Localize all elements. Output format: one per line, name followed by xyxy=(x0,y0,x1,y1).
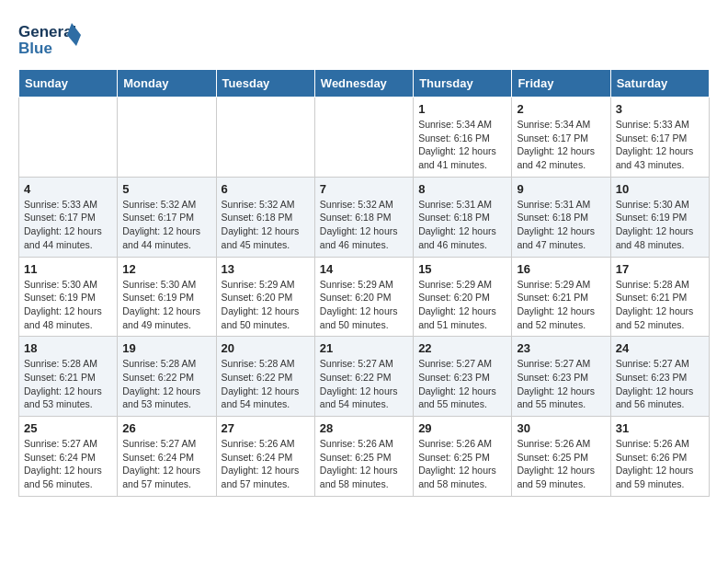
svg-text:General: General xyxy=(18,23,76,40)
col-header-saturday: Saturday xyxy=(610,70,709,98)
cell-w0-d1 xyxy=(118,98,216,178)
cell-w3-d3: 21Sunrise: 5:27 AMSunset: 6:22 PMDayligh… xyxy=(314,337,413,417)
day-info: Sunrise: 5:26 AMSunset: 6:25 PMDaylight:… xyxy=(418,437,506,491)
day-info: Sunrise: 5:28 AMSunset: 6:21 PMDaylight:… xyxy=(24,357,112,411)
cell-w2-d2: 13Sunrise: 5:29 AMSunset: 6:20 PMDayligh… xyxy=(216,257,314,337)
cell-w0-d3 xyxy=(314,98,413,178)
day-number: 14 xyxy=(320,262,408,276)
day-info: Sunrise: 5:28 AMSunset: 6:21 PMDaylight:… xyxy=(616,278,704,332)
day-info: Sunrise: 5:33 AMSunset: 6:17 PMDaylight:… xyxy=(24,198,112,252)
day-number: 6 xyxy=(222,182,310,196)
day-info: Sunrise: 5:26 AMSunset: 6:26 PMDaylight:… xyxy=(616,437,704,491)
cell-w0-d2 xyxy=(216,98,314,178)
day-number: 23 xyxy=(517,341,605,355)
col-header-wednesday: Wednesday xyxy=(314,70,413,98)
day-number: 26 xyxy=(122,421,210,435)
day-number: 29 xyxy=(418,421,506,435)
day-number: 24 xyxy=(616,341,704,355)
day-number: 20 xyxy=(222,341,310,355)
day-info: Sunrise: 5:32 AMSunset: 6:18 PMDaylight:… xyxy=(222,198,310,252)
cell-w4-d6: 31Sunrise: 5:26 AMSunset: 6:26 PMDayligh… xyxy=(610,417,709,497)
cell-w4-d2: 27Sunrise: 5:26 AMSunset: 6:24 PMDayligh… xyxy=(216,417,314,497)
day-info: Sunrise: 5:30 AMSunset: 6:19 PMDaylight:… xyxy=(616,198,704,252)
day-number: 11 xyxy=(24,262,112,276)
cell-w3-d4: 22Sunrise: 5:27 AMSunset: 6:23 PMDayligh… xyxy=(414,337,512,417)
cell-w3-d2: 20Sunrise: 5:28 AMSunset: 6:22 PMDayligh… xyxy=(216,337,314,417)
cell-w1-d1: 5Sunrise: 5:32 AMSunset: 6:17 PMDaylight… xyxy=(118,177,216,257)
day-number: 25 xyxy=(24,421,112,435)
cell-w2-d4: 15Sunrise: 5:29 AMSunset: 6:20 PMDayligh… xyxy=(414,257,512,337)
cell-w4-d5: 30Sunrise: 5:26 AMSunset: 6:25 PMDayligh… xyxy=(512,417,610,497)
day-info: Sunrise: 5:29 AMSunset: 6:20 PMDaylight:… xyxy=(222,278,310,332)
col-header-thursday: Thursday xyxy=(414,70,512,98)
day-info: Sunrise: 5:26 AMSunset: 6:25 PMDaylight:… xyxy=(517,437,605,491)
day-info: Sunrise: 5:34 AMSunset: 6:16 PMDaylight:… xyxy=(418,118,506,172)
day-info: Sunrise: 5:30 AMSunset: 6:19 PMDaylight:… xyxy=(24,278,112,332)
cell-w1-d2: 6Sunrise: 5:32 AMSunset: 6:18 PMDaylight… xyxy=(216,177,314,257)
day-number: 15 xyxy=(418,262,506,276)
day-info: Sunrise: 5:27 AMSunset: 6:24 PMDaylight:… xyxy=(122,437,210,491)
cell-w0-d0 xyxy=(19,98,118,178)
cell-w3-d0: 18Sunrise: 5:28 AMSunset: 6:21 PMDayligh… xyxy=(19,337,118,417)
day-info: Sunrise: 5:27 AMSunset: 6:23 PMDaylight:… xyxy=(616,357,704,411)
day-info: Sunrise: 5:31 AMSunset: 6:18 PMDaylight:… xyxy=(517,198,605,252)
cell-w1-d6: 10Sunrise: 5:30 AMSunset: 6:19 PMDayligh… xyxy=(610,177,709,257)
day-info: Sunrise: 5:27 AMSunset: 6:22 PMDaylight:… xyxy=(320,357,408,411)
day-info: Sunrise: 5:27 AMSunset: 6:23 PMDaylight:… xyxy=(517,357,605,411)
cell-w0-d6: 3Sunrise: 5:33 AMSunset: 6:17 PMDaylight… xyxy=(610,98,709,178)
cell-w1-d3: 7Sunrise: 5:32 AMSunset: 6:18 PMDaylight… xyxy=(314,177,413,257)
day-info: Sunrise: 5:26 AMSunset: 6:25 PMDaylight:… xyxy=(320,437,408,491)
calendar-table: SundayMondayTuesdayWednesdayThursdayFrid… xyxy=(18,69,710,497)
day-info: Sunrise: 5:29 AMSunset: 6:20 PMDaylight:… xyxy=(418,278,506,332)
day-number: 10 xyxy=(616,182,704,196)
col-header-friday: Friday xyxy=(512,70,610,98)
day-info: Sunrise: 5:29 AMSunset: 6:21 PMDaylight:… xyxy=(517,278,605,332)
day-info: Sunrise: 5:28 AMSunset: 6:22 PMDaylight:… xyxy=(122,357,210,411)
day-number: 5 xyxy=(122,182,210,196)
day-info: Sunrise: 5:31 AMSunset: 6:18 PMDaylight:… xyxy=(418,198,506,252)
cell-w0-d4: 1Sunrise: 5:34 AMSunset: 6:16 PMDaylight… xyxy=(414,98,512,178)
day-number: 30 xyxy=(517,421,605,435)
svg-text:Blue: Blue xyxy=(18,40,52,57)
col-header-sunday: Sunday xyxy=(19,70,118,98)
day-number: 19 xyxy=(122,341,210,355)
cell-w2-d6: 17Sunrise: 5:28 AMSunset: 6:21 PMDayligh… xyxy=(610,257,709,337)
day-number: 22 xyxy=(418,341,506,355)
day-info: Sunrise: 5:28 AMSunset: 6:22 PMDaylight:… xyxy=(222,357,310,411)
day-number: 17 xyxy=(616,262,704,276)
cell-w4-d3: 28Sunrise: 5:26 AMSunset: 6:25 PMDayligh… xyxy=(314,417,413,497)
day-info: Sunrise: 5:29 AMSunset: 6:20 PMDaylight:… xyxy=(320,278,408,332)
day-number: 3 xyxy=(616,102,704,116)
day-number: 7 xyxy=(320,182,408,196)
cell-w1-d0: 4Sunrise: 5:33 AMSunset: 6:17 PMDaylight… xyxy=(19,177,118,257)
day-number: 4 xyxy=(24,182,112,196)
cell-w2-d3: 14Sunrise: 5:29 AMSunset: 6:20 PMDayligh… xyxy=(314,257,413,337)
cell-w3-d5: 23Sunrise: 5:27 AMSunset: 6:23 PMDayligh… xyxy=(512,337,610,417)
day-number: 9 xyxy=(517,182,605,196)
day-number: 13 xyxy=(222,262,310,276)
day-number: 21 xyxy=(320,341,408,355)
header: GeneralBlue xyxy=(18,18,710,60)
day-info: Sunrise: 5:30 AMSunset: 6:19 PMDaylight:… xyxy=(122,278,210,332)
col-header-monday: Monday xyxy=(118,70,216,98)
day-number: 28 xyxy=(320,421,408,435)
cell-w4-d0: 25Sunrise: 5:27 AMSunset: 6:24 PMDayligh… xyxy=(19,417,118,497)
cell-w1-d5: 9Sunrise: 5:31 AMSunset: 6:18 PMDaylight… xyxy=(512,177,610,257)
day-info: Sunrise: 5:27 AMSunset: 6:24 PMDaylight:… xyxy=(24,437,112,491)
day-info: Sunrise: 5:33 AMSunset: 6:17 PMDaylight:… xyxy=(616,118,704,172)
cell-w0-d5: 2Sunrise: 5:34 AMSunset: 6:17 PMDaylight… xyxy=(512,98,610,178)
cell-w2-d1: 12Sunrise: 5:30 AMSunset: 6:19 PMDayligh… xyxy=(118,257,216,337)
day-number: 8 xyxy=(418,182,506,196)
logo: GeneralBlue xyxy=(18,18,83,60)
cell-w4-d1: 26Sunrise: 5:27 AMSunset: 6:24 PMDayligh… xyxy=(118,417,216,497)
cell-w2-d5: 16Sunrise: 5:29 AMSunset: 6:21 PMDayligh… xyxy=(512,257,610,337)
day-number: 1 xyxy=(418,102,506,116)
day-number: 16 xyxy=(517,262,605,276)
cell-w2-d0: 11Sunrise: 5:30 AMSunset: 6:19 PMDayligh… xyxy=(19,257,118,337)
day-info: Sunrise: 5:34 AMSunset: 6:17 PMDaylight:… xyxy=(517,118,605,172)
cell-w4-d4: 29Sunrise: 5:26 AMSunset: 6:25 PMDayligh… xyxy=(414,417,512,497)
cell-w3-d1: 19Sunrise: 5:28 AMSunset: 6:22 PMDayligh… xyxy=(118,337,216,417)
day-number: 27 xyxy=(222,421,310,435)
day-number: 12 xyxy=(122,262,210,276)
day-number: 2 xyxy=(517,102,605,116)
